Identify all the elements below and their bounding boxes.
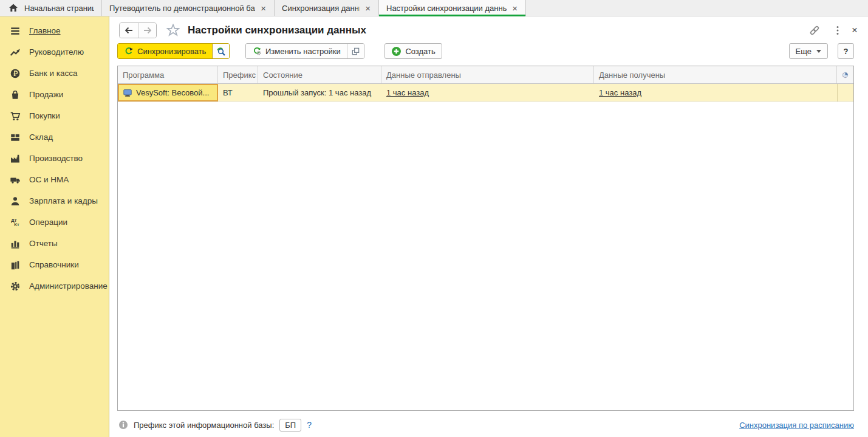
tab-guide[interactable]: Путеводитель по демонстрационной базе × xyxy=(102,0,275,16)
tab-label: Настройки синхронизации данных xyxy=(386,4,507,13)
column-header-prefix[interactable]: Префикс xyxy=(218,66,258,83)
cell-data-received[interactable]: 1 час назад xyxy=(594,84,837,102)
back-button[interactable] xyxy=(120,23,138,38)
bag-icon xyxy=(9,89,21,101)
history-nav xyxy=(119,22,157,38)
more-dots-icon[interactable] xyxy=(832,24,844,36)
auto-refresh-indicator[interactable] xyxy=(837,66,853,83)
more-label: Еще xyxy=(796,47,812,56)
sidebar-item-label: ОС и НМА xyxy=(29,175,69,184)
dtkt-icon: ДтКт xyxy=(9,216,21,229)
chevron-down-icon xyxy=(816,50,821,53)
sidebar-item-pokupki[interactable]: Покупки xyxy=(0,105,109,126)
table-header: Программа Префикс Состояние Данные отпра… xyxy=(118,66,853,84)
data-received-link[interactable]: 1 час назад xyxy=(599,88,641,97)
close-icon[interactable]: × xyxy=(260,4,267,13)
sidebar-item-label: Производство xyxy=(29,154,83,163)
close-icon[interactable]: × xyxy=(364,4,371,13)
sidebar-item-glavnoe[interactable]: Главное xyxy=(0,20,109,41)
infobase-prefix-value[interactable]: БП xyxy=(279,419,301,432)
sidebar-item-administrirovanie[interactable]: Администрирование xyxy=(0,275,109,297)
sidebar-item-label: Главное xyxy=(29,26,61,35)
menu-icon xyxy=(9,25,21,37)
column-header-state[interactable]: Состояние xyxy=(258,66,381,83)
sidebar-item-spravochniki[interactable]: Справочники xyxy=(0,254,109,275)
sync-button-group: Синхронизировать xyxy=(117,43,230,59)
sidebar-item-otchety[interactable]: Отчеты xyxy=(0,233,109,254)
main-panel: Настройки синхронизации данных × Синхрон… xyxy=(110,16,868,437)
cart-icon xyxy=(9,110,21,122)
schedule-sync-link[interactable]: Синхронизация по расписанию xyxy=(739,421,854,430)
gear-icon xyxy=(9,280,21,292)
page-title: Настройки синхронизации данных xyxy=(188,24,366,36)
close-icon[interactable]: × xyxy=(511,4,518,13)
info-icon xyxy=(118,420,128,430)
sidebar-item-label: Склад xyxy=(29,132,53,142)
sidebar-item-proizvodstvo[interactable]: Производство xyxy=(0,148,109,169)
tab-bar: Начальная страница Путеводитель по демон… xyxy=(0,0,868,16)
sidebar-item-label: Зарплата и кадры xyxy=(29,196,98,205)
edit-settings-button-group: Изменить настройки xyxy=(245,43,364,59)
forward-button[interactable] xyxy=(138,23,156,38)
edit-settings-button[interactable]: Изменить настройки xyxy=(246,44,347,58)
more-button[interactable]: Еще xyxy=(789,43,828,59)
tab-label: Путеводитель по демонстрационной базе xyxy=(109,4,255,13)
sidebar-item-label: Администрирование xyxy=(29,281,108,291)
help-label: ? xyxy=(844,47,849,56)
sidebar-item-rukovoditelyu[interactable]: Руководителю xyxy=(0,41,109,63)
tab-sync-settings[interactable]: Настройки синхронизации данных × xyxy=(379,0,526,16)
column-header-data-received[interactable]: Данные получены xyxy=(594,66,837,83)
column-header-data-sent[interactable]: Данные отправлены xyxy=(381,66,594,83)
sidebar-item-zarplata-i-kadry[interactable]: Зарплата и кадры xyxy=(0,190,109,212)
sidebar-item-label: Банк и касса xyxy=(29,69,78,78)
favorite-star-icon[interactable] xyxy=(166,23,180,38)
sync-scenario-button[interactable] xyxy=(212,44,229,58)
sidebar-item-prodazhi[interactable]: Продажи xyxy=(0,84,109,105)
sidebar-item-bank-i-kassa[interactable]: Банк и касса xyxy=(0,63,109,84)
footer: Префикс этой информационной базы: БП ? С… xyxy=(118,418,854,432)
sidebar-item-label: Отчеты xyxy=(29,239,58,248)
warehouse-icon xyxy=(9,131,21,143)
sidebar-item-os-i-nma[interactable]: ОС и НМА xyxy=(0,169,109,190)
prefix-help-link[interactable]: ? xyxy=(307,420,312,430)
sidebar-item-operacii[interactable]: ДтКт Операции xyxy=(0,212,109,233)
infobase-prefix-label: Префикс этой информационной базы: xyxy=(134,421,274,430)
create-label: Создать xyxy=(405,47,435,56)
tab-home[interactable]: Начальная страница xyxy=(0,0,102,16)
sidebar-item-label: Продажи xyxy=(29,90,63,99)
sidebar: Главное Руководителю Банк и касса Продаж… xyxy=(0,16,109,437)
tab-label: Синхронизация данных xyxy=(282,4,360,13)
sidebar-item-sklad[interactable]: Склад xyxy=(0,126,109,148)
report-icon xyxy=(9,238,21,250)
tab-sync[interactable]: Синхронизация данных × xyxy=(275,0,379,16)
open-in-window-button[interactable] xyxy=(347,44,364,58)
column-header-program[interactable]: Программа xyxy=(118,66,218,83)
ruble-icon xyxy=(9,67,21,80)
tab-label: Начальная страница xyxy=(24,4,94,13)
trend-icon xyxy=(9,46,21,58)
factory-icon xyxy=(9,153,21,165)
sidebar-item-label: Покупки xyxy=(29,111,60,120)
person-icon xyxy=(9,195,21,207)
create-button[interactable]: Создать xyxy=(384,43,442,59)
close-icon[interactable]: × xyxy=(849,24,861,36)
help-button[interactable]: ? xyxy=(838,43,854,59)
synchronize-button[interactable]: Синхронизировать xyxy=(118,44,212,58)
sync-settings-table: Программа Префикс Состояние Данные отпра… xyxy=(117,66,854,411)
edit-settings-label: Изменить настройки xyxy=(265,47,341,56)
toolbar-right: Еще ? xyxy=(789,43,854,59)
cell-indicator xyxy=(837,84,853,102)
truck-icon xyxy=(9,174,21,186)
cell-state[interactable]: Прошлый запуск: 1 час назад xyxy=(258,84,381,102)
link-icon[interactable] xyxy=(808,24,821,36)
sidebar-item-label: Справочники xyxy=(29,260,79,269)
table-row[interactable]: VesySoft: Весовой... ВТ Прошлый запуск: … xyxy=(118,84,853,102)
cell-program[interactable]: VesySoft: Весовой... xyxy=(118,84,218,102)
cell-prefix[interactable]: ВТ xyxy=(218,84,258,102)
home-icon xyxy=(7,2,19,14)
data-sent-link[interactable]: 1 час назад xyxy=(386,88,429,97)
books-icon xyxy=(9,259,21,271)
cell-data-sent[interactable]: 1 час назад xyxy=(381,84,594,102)
sidebar-item-label: Руководителю xyxy=(29,47,84,57)
toolbar: Синхронизировать Изменить настройки Созд… xyxy=(117,43,856,60)
